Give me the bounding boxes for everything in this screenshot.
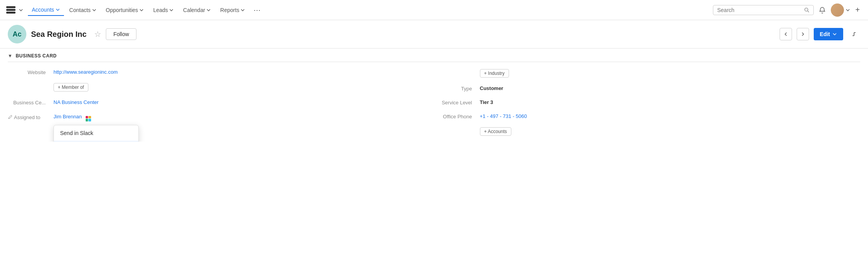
svg-rect-0 (6, 6, 16, 8)
search-icon (804, 7, 809, 13)
add-accounts-button[interactable]: + Accounts (480, 127, 511, 136)
record-header: Ac Sea Region Inc ☆ Follow Edit (0, 20, 868, 48)
slack-icon[interactable] (86, 116, 91, 121)
search-input[interactable] (717, 7, 801, 13)
nav-item-accounts[interactable]: Accounts (28, 4, 64, 16)
add-button[interactable]: + (852, 4, 863, 16)
avatar-image (831, 3, 844, 17)
field-row-accounts: + Accounts (434, 123, 861, 140)
fields-left: Website http://www.searegioninc.com + Me… (8, 65, 434, 142)
field-value-website[interactable]: http://www.searegioninc.com (53, 69, 117, 75)
fields-grid: Website http://www.searegioninc.com + Me… (8, 65, 860, 142)
nav-item-contacts[interactable]: Contacts (66, 5, 100, 16)
favorite-star-icon[interactable]: ☆ (94, 29, 101, 39)
field-value-business-center[interactable]: NA Business Center (53, 99, 98, 105)
dropdown-item-send-slack[interactable]: Send in Slack (54, 125, 138, 141)
section-header: ▼ BUSINESS CARD (8, 48, 860, 62)
field-row-website: Website http://www.searegioninc.com (8, 65, 434, 79)
field-label-type: Type (434, 85, 477, 92)
field-value-office-phone[interactable]: +1 - 497 - 731 - 5060 (480, 113, 527, 119)
svg-line-4 (808, 10, 809, 12)
chevron-right-icon (801, 32, 805, 36)
svg-rect-2 (6, 12, 16, 14)
field-label-service-level: Service Level (434, 99, 477, 106)
nav-more-button[interactable]: ⋯ (250, 3, 264, 17)
follow-button[interactable]: Follow (106, 28, 136, 40)
assigned-to-dropdown: Jim Brennan Send in Slack (53, 113, 91, 121)
notifications-button[interactable] (815, 3, 829, 17)
pencil-icon (8, 115, 12, 120)
field-label-tags (8, 129, 50, 130)
nav-item-leads[interactable]: Leads (149, 5, 178, 16)
chevron-left-icon (783, 32, 788, 36)
field-label-office-phone: Office Phone (434, 113, 477, 119)
field-label-business-center: Business Ce... (8, 99, 50, 106)
collapse-icon (851, 31, 857, 37)
field-label-assigned-to: Assigned to (8, 114, 50, 120)
nav-item-opportunities[interactable]: Opportunities (102, 5, 148, 16)
bell-icon (819, 7, 826, 14)
next-record-button[interactable] (797, 28, 809, 40)
nav-logo[interactable] (5, 4, 23, 16)
field-row-assigned-to: Assigned to Jim Brennan (8, 109, 434, 125)
search-bar[interactable] (713, 5, 814, 15)
field-row-office-phone: Office Phone +1 - 497 - 731 - 5060 (434, 109, 861, 123)
navbar: Accounts Contacts Opportunities Leads Ca… (0, 0, 868, 20)
add-member-of-button[interactable]: + Member of (53, 83, 88, 92)
record-title: Sea Region Inc (31, 30, 86, 39)
nav-item-calendar[interactable]: Calendar (179, 5, 215, 16)
add-industry-button[interactable]: + Industry (480, 69, 509, 78)
field-label-website: Website (8, 69, 50, 75)
avatar-dropdown-icon[interactable] (846, 8, 850, 12)
field-row-type: Type Customer (434, 81, 861, 95)
field-row-business-center: Business Ce... NA Business Center (8, 95, 434, 109)
prev-record-button[interactable] (780, 28, 792, 40)
field-label-member-of (8, 83, 50, 83)
record-avatar: Ac (8, 25, 26, 43)
field-value-type: Customer (480, 85, 504, 91)
slack-dropdown-menu: Send in Slack Send in Sugar 𝓒 (53, 125, 139, 142)
field-label-accounts (434, 127, 477, 128)
avatar[interactable] (831, 3, 844, 17)
svg-point-3 (804, 8, 808, 11)
field-row-service-level: Service Level Tier 3 (434, 95, 861, 109)
edit-button[interactable]: Edit (814, 28, 843, 40)
field-label-industry (434, 69, 477, 69)
nav-item-reports[interactable]: Reports (216, 5, 249, 16)
fields-right: + Industry Type Customer Service Level T… (434, 65, 861, 142)
dropdown-item-send-sugar[interactable]: Send in Sugar 𝓒 (54, 141, 138, 142)
collapse-panel-button[interactable] (848, 28, 860, 40)
section-toggle-icon[interactable]: ▼ (8, 53, 12, 59)
field-row-member-of: + Member of (8, 79, 434, 95)
edit-dropdown-icon (832, 32, 837, 36)
svg-rect-1 (6, 9, 16, 11)
field-value-assigned-to[interactable]: Jim Brennan (53, 114, 82, 119)
field-value-service-level: Tier 3 (480, 99, 493, 105)
field-row-industry: + Industry (434, 65, 861, 81)
business-card-section: ▼ BUSINESS CARD Website http://www.seare… (0, 48, 868, 142)
